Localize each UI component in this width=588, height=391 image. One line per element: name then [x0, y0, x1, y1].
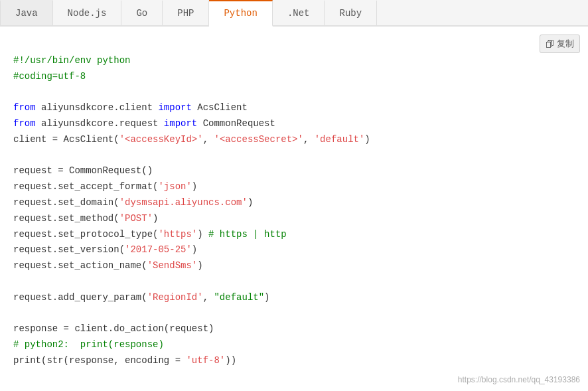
tab-java[interactable]: Java — [0, 0, 53, 25]
watermark: https://blog.csdn.net/qq_43193386 — [458, 375, 580, 384]
print-response: print(str(response, encoding = 'utf-8')) — [13, 355, 236, 366]
set-version: request.set_version('2017-05-25') — [13, 244, 197, 255]
copy-icon: 🗍 — [546, 39, 554, 49]
import-line-1: from aliyunsdkcore.client import AcsClie… — [13, 102, 248, 113]
tab-nodejs[interactable]: Node.js — [53, 0, 122, 25]
tab-php[interactable]: PHP — [163, 0, 209, 25]
import-line-2: from aliyunsdkcore.request import Common… — [13, 118, 275, 129]
set-protocol: request.set_protocol_type('https') # htt… — [13, 229, 287, 240]
set-domain: request.set_domain('dysmsapi.aliyuncs.co… — [13, 197, 253, 208]
tab-bar: Java Node.js Go PHP Python .Net Ruby — [0, 0, 588, 27]
tab-dotnet[interactable]: .Net — [273, 0, 325, 25]
code-block: #!/usr/bin/env python #coding=utf-8 from… — [13, 37, 575, 385]
set-method: request.set_method('POST') — [13, 213, 158, 224]
request-init: request = CommonRequest() — [13, 165, 153, 176]
tab-python[interactable]: Python — [209, 0, 272, 27]
client-line: client = AcsClient('<accessKeyId>', '<ac… — [13, 134, 370, 145]
set-accept-format: request.set_accept_format('json') — [13, 181, 197, 192]
code-container: 🗍 复制 #!/usr/bin/env python #coding=utf-8… — [0, 27, 588, 391]
copy-button[interactable]: 🗍 复制 — [540, 35, 580, 53]
shebang-line: #!/usr/bin/env python — [13, 55, 130, 66]
do-action: response = client.do_action(request) — [13, 323, 214, 334]
tab-ruby[interactable]: Ruby — [325, 0, 377, 25]
set-action: request.set_action_name('SendSms') — [13, 260, 203, 271]
comment-python2: # python2: print(response) — [13, 339, 164, 350]
add-query-param: request.add_query_param('RegionId', "def… — [13, 292, 270, 303]
tab-go[interactable]: Go — [121, 0, 163, 25]
coding-line: #coding=utf-8 — [13, 71, 86, 82]
copy-label: 复制 — [557, 38, 574, 50]
